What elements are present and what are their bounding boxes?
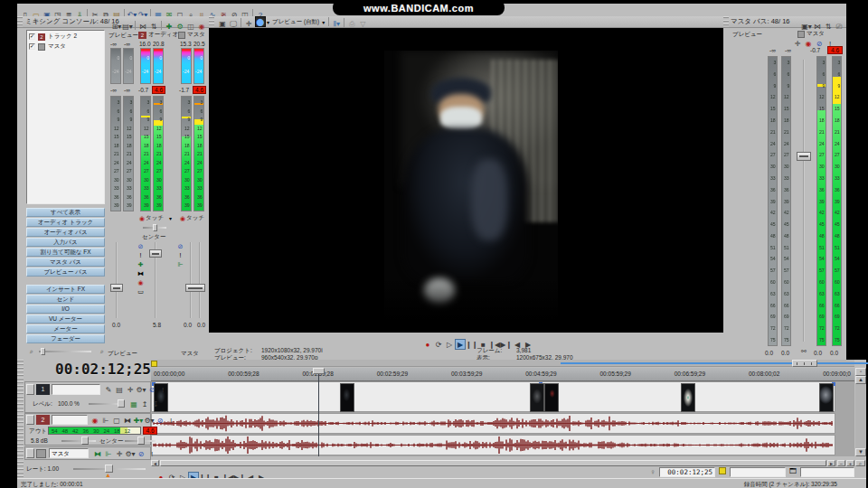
track-mute-icon[interactable]: ⊘ [146, 385, 157, 396]
master-strip-bottom-label[interactable]: マスタ [181, 350, 199, 358]
pane-grip[interactable] [17, 16, 23, 27]
timeline-playhead[interactable] [318, 368, 319, 456]
mute-icon[interactable]: ⊘ [176, 242, 184, 250]
mixer-view-button[interactable]: 入力バス [26, 238, 105, 247]
audio-pan-thumb[interactable] [137, 436, 145, 445]
master-clip-indicator[interactable]: 4.6 [827, 46, 843, 54]
master-insert-fx-icon[interactable]: ✛ [792, 39, 803, 50]
track-drag-handle[interactable] [26, 448, 34, 458]
preview-quality-label[interactable]: プレビュー (自動) [272, 18, 319, 26]
meter-options-icon[interactable]: ▭ [137, 287, 145, 296]
bypass-motion-blur-icon[interactable]: ▦ [128, 399, 139, 410]
master-properties-icon[interactable]: ⎚ [834, 22, 844, 33]
pane-grip[interactable] [209, 16, 214, 27]
mixer-view-button[interactable]: 割り当て可能な FX [26, 248, 105, 257]
zoom-in-icon[interactable]: ⌕ [97, 346, 108, 357]
master-bus-track-header[interactable]: マスタ ⧓⊩✛⚙▾⊘! [24, 446, 151, 460]
track-visible-checkbox[interactable]: ✓ [29, 43, 35, 50]
hscroll-right-button[interactable]: ▸ [827, 460, 835, 466]
audio-fader-handle[interactable] [149, 249, 162, 258]
timeline-lanes[interactable] [151, 381, 854, 456]
record-arm-icon[interactable]: ◉ [137, 278, 145, 286]
audio-event-lane-2[interactable] [151, 435, 835, 455]
automation-settings-icon[interactable]: ⚙▾ [136, 385, 146, 396]
insert-assignable-fx-icon[interactable]: ✚▾ [133, 416, 144, 427]
automation-settings-icon[interactable]: ⚙▾ [125, 449, 136, 460]
mixer-track-row[interactable]: ✓ 2 トラック 2 [29, 33, 77, 41]
zoom-out-icon[interactable]: ⌕ [26, 346, 37, 357]
video-track-name-field[interactable] [52, 384, 100, 395]
fx-chain-icon[interactable]: ⧓ [137, 269, 145, 277]
fader-link-icon[interactable]: ⚯ [801, 348, 807, 355]
touch-dropdown-icon[interactable]: ▾ [169, 215, 172, 221]
mixer-view-button[interactable]: すべて表示 [26, 208, 105, 217]
master-bus-fader-track[interactable] [803, 60, 805, 342]
video-thumbnail[interactable] [681, 383, 695, 412]
mixer-zoom-slider[interactable] [39, 351, 91, 352]
mixer-track-row[interactable]: ✓ マスタ [29, 42, 66, 51]
mixer-track-list[interactable]: ✓ 2 トラック 2 ✓ マスタ [26, 30, 105, 204]
track-drag-handle[interactable] [26, 384, 34, 395]
audio-track-name-field[interactable] [52, 415, 88, 425]
timeline-vscrollbar[interactable]: ▫ ▲ ▼ [855, 368, 866, 456]
master-fader-handle[interactable] [185, 284, 205, 292]
mixer-view-button[interactable]: オーディオ バス [26, 228, 105, 237]
mixer-zoom-slider-thumb[interactable] [41, 348, 45, 355]
master-clip-indicator[interactable]: 4.6 [193, 86, 206, 94]
audio-gain-thumb[interactable] [81, 436, 89, 445]
input-routing-icon[interactable]: ⊩ [100, 416, 111, 427]
marker-tool-icon[interactable] [719, 467, 726, 474]
video-thumbnail[interactable] [544, 383, 559, 412]
preview-strip-header[interactable]: プレビュー [108, 32, 138, 40]
vscroll-float-button[interactable]: ▫ [855, 368, 866, 376]
preview-quality-icon[interactable]: ⬤ [255, 16, 266, 27]
automation-settings-icon[interactable]: ⚙▾ [144, 416, 155, 427]
preview-strip-bottom-label[interactable]: プレビュー [108, 350, 137, 358]
audio-pan-thumb[interactable] [153, 224, 157, 231]
master-strip-header[interactable]: マスタ [178, 31, 205, 39]
video-track-header[interactable]: 1 ✎▤✛⚙▾⊘! レベル: 100.0 % ▦↥↧ [24, 381, 151, 413]
timeline-marker-flag[interactable] [151, 361, 157, 367]
track-fx-chain-icon[interactable]: ⧓ [122, 416, 133, 427]
hscroll-thumb[interactable] [160, 460, 826, 466]
mixing-console-titlebar[interactable]: ミキシング コンソール: 48/ 16 ⊞▾▤▾⋈⇅✚⚙◫◉ [17, 16, 209, 28]
mixer-view-button[interactable]: VU メーター [26, 314, 105, 324]
master-bus-fader-handle[interactable] [797, 152, 811, 161]
timeline-ruler[interactable]: 00:00:00;0000:00:59;2800:01:59;2800:02:5… [151, 368, 854, 381]
mixer-view-button[interactable]: インサート FX [26, 285, 105, 294]
insert-fx-icon[interactable]: ⊩ [176, 260, 184, 268]
hscroll-left-button[interactable]: ◂ [151, 460, 159, 466]
master-bus-titlebar[interactable]: マスタ バス: 48/ 16 ▣▾⋈⇅⎚ [723, 16, 846, 28]
mixer-view-button[interactable]: マスタ バス [26, 258, 105, 267]
track-drag-handle[interactable] [26, 415, 34, 425]
preview-quality-dropdown-icon[interactable]: ▾ [322, 19, 325, 25]
track-up-icon[interactable]: ↥ [139, 399, 150, 410]
track-solo-icon[interactable]: ! [165, 416, 176, 427]
preview-fader-handle[interactable] [110, 284, 123, 292]
audio-out-clip-indicator[interactable]: 4.6 [143, 427, 157, 435]
audio-automation-mode[interactable]: ◉ タッチ ▾ [139, 214, 172, 222]
master-automation-mode[interactable]: ◉ タッチ ▾ [180, 214, 212, 222]
mixer-view-button[interactable]: オーディオ トラック [26, 218, 105, 227]
video-thumbnail[interactable] [530, 383, 544, 412]
selection-end-field[interactable] [800, 467, 854, 477]
timeline-hscrollbar[interactable]: ◂ ▸ − + ⌕ [151, 460, 866, 466]
bus-mute-icon[interactable]: ⊘ [136, 449, 146, 460]
bus-routing-icon[interactable]: ⊩ [103, 449, 114, 460]
audio-gain-slider[interactable] [61, 440, 96, 442]
mixer-view-button[interactable]: センド [26, 295, 105, 304]
audio-strip-header[interactable]: 2 オーディオ [138, 31, 178, 39]
master-pane-preview-label[interactable]: プレビュー [732, 31, 762, 39]
mixer-view-button[interactable]: フェーダー [26, 334, 105, 343]
zoom-tool-button[interactable]: ⌕ [855, 460, 865, 466]
quality-dropdown-icon[interactable]: ▾ [267, 19, 269, 25]
bus-fx-icon[interactable]: ⧓ [92, 449, 103, 460]
timeline-overview-bar[interactable] [151, 360, 854, 367]
vscroll-up-button[interactable]: ▲ [855, 376, 866, 384]
track-mute-icon[interactable]: ⊘ [155, 416, 165, 427]
arm-record-icon[interactable]: ◉ [90, 416, 100, 427]
overview-scroll-thumb[interactable] [792, 360, 817, 367]
timeline-cursor-timecode[interactable]: 00:02:12;25 [24, 361, 151, 380]
loop-playback-button[interactable]: ⟳ [433, 340, 444, 351]
track-motion-icon[interactable]: ▤ [114, 385, 125, 396]
